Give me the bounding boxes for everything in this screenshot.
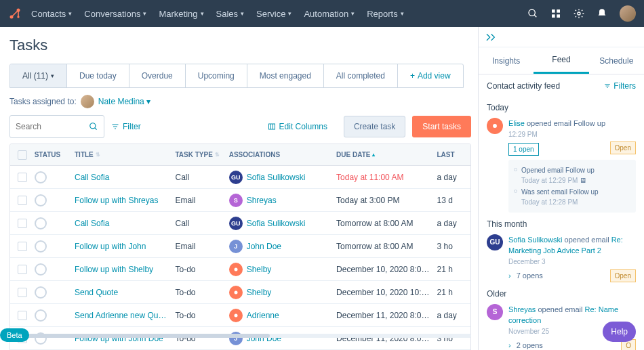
horizontal-scrollbar[interactable] xyxy=(24,334,471,338)
contact-link[interactable]: Sofia Sulikowski xyxy=(508,236,562,244)
caret-down-icon: ▾ xyxy=(201,10,204,17)
due-date: December 10, 2020 10:… xyxy=(336,288,437,297)
due-date: December 11, 2020 8:0… xyxy=(336,311,437,320)
status-toggle[interactable] xyxy=(35,286,47,299)
expand-icon[interactable]: › xyxy=(508,340,511,350)
svg-point-12 xyxy=(234,290,237,294)
help-button[interactable]: Help xyxy=(603,322,636,342)
tasks-table: STATUS TITLE⇅ TASK TYPE⇅ ASSOCIATIONS DU… xyxy=(9,144,471,350)
add-view-button[interactable]: + Add view xyxy=(398,64,463,87)
caret-down-icon: ▾ xyxy=(143,10,146,17)
search-input[interactable] xyxy=(16,122,89,131)
nav-item[interactable]: Conversations ▾ xyxy=(84,9,146,19)
task-title-link[interactable]: Follow up with John xyxy=(75,242,146,251)
association-link[interactable]: Adrienne xyxy=(247,311,279,320)
assignee-picker[interactable]: Nate Medina ▾ xyxy=(98,97,150,106)
task-title-link[interactable]: Follow up with Shreyas xyxy=(75,196,158,205)
task-title-link[interactable]: Follow up with Shelby xyxy=(75,265,153,274)
last-activity: 13 d xyxy=(437,196,470,205)
nav-item[interactable]: Service ▾ xyxy=(256,9,291,19)
association-link[interactable]: Sofia Sulikowski xyxy=(247,219,306,228)
row-checkbox[interactable] xyxy=(18,242,27,251)
nav-item[interactable]: Contacts ▾ xyxy=(31,9,72,19)
row-checkbox[interactable] xyxy=(18,288,27,297)
status-toggle[interactable] xyxy=(35,217,47,229)
association-avatar: J xyxy=(229,240,243,253)
sidebar-tab[interactable]: Schedule xyxy=(589,47,644,74)
th-due-date[interactable]: DUE DATE▴ xyxy=(336,151,437,158)
monitor-icon: 🖥 xyxy=(580,177,586,184)
beta-badge[interactable]: Beta xyxy=(0,328,29,342)
row-checkbox[interactable] xyxy=(18,311,27,320)
nav-item[interactable]: Sales ▾ xyxy=(216,9,245,19)
search-icon[interactable] xyxy=(527,8,538,19)
th-task-type[interactable]: TASK TYPE⇅ xyxy=(175,151,228,158)
open-count-badge[interactable]: 1 open xyxy=(508,143,539,156)
section-older: Older xyxy=(487,289,636,299)
task-type: Call xyxy=(175,219,228,228)
view-tab[interactable]: All completed xyxy=(324,64,398,87)
last-activity: 21 h xyxy=(437,288,470,297)
th-status[interactable]: STATUS xyxy=(35,151,75,158)
sprocket-icon xyxy=(232,311,240,320)
feed-filters-button[interactable]: Filters xyxy=(604,81,636,91)
caret-down-icon: ▾ xyxy=(51,72,54,79)
status-toggle[interactable] xyxy=(35,171,47,183)
edit-columns-button[interactable]: Edit Columns xyxy=(258,116,337,137)
association-link[interactable]: Shreyas xyxy=(247,196,277,205)
view-tab[interactable]: All (11) ▾ xyxy=(10,64,67,87)
th-title[interactable]: TITLE⇅ xyxy=(75,151,175,158)
svg-point-13 xyxy=(234,313,237,317)
association-link[interactable]: Shelby xyxy=(247,265,272,274)
row-checkbox[interactable] xyxy=(18,219,27,228)
bell-icon[interactable] xyxy=(597,8,607,19)
table-row: Send Adrienne new Qu…To-doAdrienneDecemb… xyxy=(10,304,470,327)
view-tab[interactable]: Most engaged xyxy=(247,64,324,87)
start-tasks-button[interactable]: Start tasks xyxy=(412,116,471,137)
sidebar-tab[interactable]: Feed xyxy=(534,47,588,74)
status-toggle[interactable] xyxy=(35,309,47,322)
th-last[interactable]: LAST xyxy=(437,151,470,158)
nav-item[interactable]: Reports ▾ xyxy=(367,9,404,19)
status-toggle[interactable] xyxy=(35,263,47,276)
table-row: Call SofiaCallGUSofia SulikowskiTomorrow… xyxy=(10,212,470,235)
row-checkbox[interactable] xyxy=(18,173,27,182)
nav-item[interactable]: Automation ▾ xyxy=(304,9,355,19)
th-associations[interactable]: ASSOCIATIONS xyxy=(229,151,336,158)
gear-icon[interactable] xyxy=(573,8,584,19)
association-link[interactable]: Sofia Sulikowski xyxy=(247,173,306,182)
task-title-link[interactable]: Send Adrienne new Qu… xyxy=(75,311,166,320)
row-checkbox[interactable] xyxy=(18,265,27,274)
sidebar-tab[interactable]: Insights xyxy=(479,47,534,74)
nav-item[interactable]: Marketing ▾ xyxy=(159,9,203,19)
association-link[interactable]: Shelby xyxy=(247,288,272,297)
svg-rect-10 xyxy=(268,124,275,129)
collapse-icon[interactable] xyxy=(485,32,496,43)
marketplace-icon[interactable] xyxy=(550,8,561,19)
view-tabs: All (11) ▾Due todayOverdueUpcomingMost e… xyxy=(9,64,464,88)
create-task-button[interactable]: Create task xyxy=(344,116,405,137)
view-tab[interactable]: Due today xyxy=(67,64,129,87)
row-checkbox[interactable] xyxy=(18,196,27,205)
filter-button[interactable]: Filter xyxy=(111,122,141,131)
select-all-checkbox[interactable] xyxy=(18,150,27,160)
task-title-link[interactable]: Send Quote xyxy=(75,288,118,297)
task-type: Email xyxy=(175,242,228,251)
svg-rect-5 xyxy=(557,9,560,13)
task-type: To-do xyxy=(175,288,228,297)
expand-icon[interactable]: › xyxy=(508,270,511,282)
status-toggle[interactable] xyxy=(35,194,47,206)
task-title-link[interactable]: Call Sofia xyxy=(75,173,109,182)
search-icon[interactable] xyxy=(89,122,98,131)
contact-link[interactable]: Elise xyxy=(508,119,525,127)
activity-sidebar: InsightsFeedSchedule Contact activity fe… xyxy=(478,27,644,350)
status-toggle[interactable] xyxy=(35,240,47,253)
view-tab[interactable]: Overdue xyxy=(129,64,186,87)
caret-down-icon: ▾ xyxy=(68,10,72,17)
assigned-row: Tasks assigned to: Nate Medina ▾ xyxy=(9,88,471,115)
user-avatar[interactable] xyxy=(620,5,636,22)
view-tab[interactable]: Upcoming xyxy=(186,64,247,87)
contact-link[interactable]: Shreyas xyxy=(508,305,536,313)
task-title-link[interactable]: Call Sofia xyxy=(75,219,109,228)
association-link[interactable]: John Doe xyxy=(247,242,281,251)
